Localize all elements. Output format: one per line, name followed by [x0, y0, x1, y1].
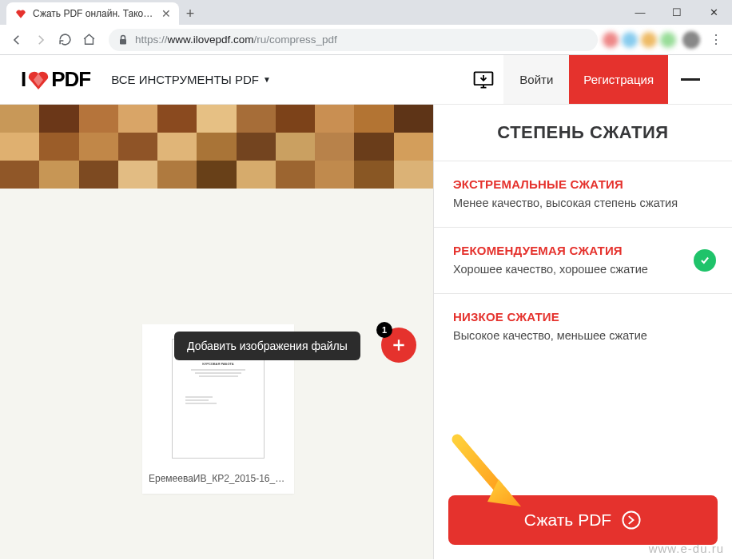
compress-pdf-button[interactable]: Сжать PDF	[448, 495, 718, 545]
site-header: I PDF ВСЕ ИНСТРУМЕНТЫ PDF ▼ Войти Регист…	[0, 55, 732, 105]
tab-title: Сжать PDF онлайн. Такое же ка	[33, 8, 157, 19]
url-protocol: https://	[135, 34, 168, 46]
arrow-circle-icon	[621, 510, 642, 530]
profile-avatar[interactable]	[682, 31, 700, 49]
url-path: /ru/compress_pdf	[254, 34, 337, 46]
site-logo[interactable]: I PDF	[21, 67, 90, 92]
extension-icons	[603, 32, 678, 48]
option-title: РЕКОМЕНДУЕМАЯ СЖАТИЯ	[453, 244, 713, 257]
browser-titlebar: Сжать PDF онлайн. Такое же ка ✕ + — ☐ ✕	[0, 0, 732, 25]
compression-option-extreme[interactable]: ЭКСТРЕМАЛЬНЫЕ СЖАТИЯ Менее качество, выс…	[434, 161, 732, 227]
tab-close-icon[interactable]: ✕	[161, 7, 171, 20]
logo-text-right: PDF	[51, 67, 90, 92]
option-desc: Менее качество, высокая степень сжатия	[453, 197, 713, 209]
plus-icon	[391, 337, 407, 353]
hero-mosaic	[0, 105, 433, 189]
extension-icon[interactable]	[660, 32, 676, 48]
selected-check-icon	[694, 249, 716, 272]
caret-down-icon: ▼	[263, 75, 271, 84]
heart-icon	[27, 70, 50, 89]
tab-favicon-icon	[14, 8, 27, 19]
new-tab-button[interactable]: +	[179, 2, 201, 25]
option-title: ЭКСТРЕМАЛЬНЫЕ СЖАТИЯ	[453, 177, 713, 191]
all-tools-dropdown[interactable]: ВСЕ ИНСТРУМЕНТЫ PDF ▼	[111, 73, 271, 86]
svg-point-2	[623, 511, 640, 528]
hamburger-icon	[681, 78, 700, 81]
hamburger-menu-button[interactable]	[668, 55, 713, 104]
back-button[interactable]	[5, 28, 29, 52]
window-controls: — ☐ ✕	[622, 0, 732, 25]
compress-label: Сжать PDF	[524, 510, 611, 530]
svg-rect-0	[120, 39, 126, 45]
browser-tab[interactable]: Сжать PDF онлайн. Такое же ка ✕	[6, 2, 179, 25]
address-bar[interactable]: https://www.ilovepdf.com/ru/compress_pdf	[109, 29, 598, 51]
panel-title: СТЕПЕНЬ СЖАТИЯ	[434, 105, 732, 161]
compression-option-recommended[interactable]: РЕКОМЕНДУЕМАЯ СЖАТИЯ Хорошее качество, х…	[434, 227, 732, 293]
logo-text-left: I	[21, 67, 26, 92]
option-title: НИЗКОЕ СЖАТИЕ	[453, 310, 713, 324]
compression-option-low[interactable]: НИЗКОЕ СЖАТИЕ Высокое качество, меньшее …	[434, 293, 732, 359]
options-pane: СТЕПЕНЬ СЖАТИЯ ЭКСТРЕМАЛЬНЫЕ СЖАТИЯ Мене…	[433, 105, 732, 559]
lock-icon	[118, 34, 128, 46]
all-tools-label: ВСЕ ИНСТРУМЕНТЫ PDF	[111, 73, 259, 86]
download-app-button[interactable]	[463, 55, 503, 104]
browser-menu-button[interactable]: ⋮	[705, 32, 727, 47]
file-name: ЕремееваИВ_КР2_2015-16_ЕГ…	[142, 468, 294, 486]
reload-button[interactable]	[53, 28, 77, 52]
close-window-button[interactable]: ✕	[695, 0, 732, 25]
url-host: www.ilovepdf.com	[168, 34, 254, 46]
maximize-button[interactable]: ☐	[658, 0, 695, 25]
main-content: Добавить изображения файлы 1 КУРСОВАЯ РА…	[0, 105, 732, 559]
watermark-text: www.e-du.ru	[649, 542, 724, 555]
download-desktop-icon	[472, 70, 495, 90]
workspace-pane: Добавить изображения файлы 1 КУРСОВАЯ РА…	[0, 105, 433, 559]
home-button[interactable]	[77, 28, 101, 52]
add-files-tooltip: Добавить изображения файлы	[174, 332, 360, 360]
browser-toolbar: https://www.ilovepdf.com/ru/compress_pdf…	[0, 25, 732, 55]
signup-button[interactable]: Регистрация	[569, 55, 668, 104]
file-count-badge: 1	[376, 322, 392, 338]
extension-icon[interactable]	[603, 32, 619, 48]
extension-icon[interactable]	[622, 32, 638, 48]
option-desc: Высокое качество, меньшее сжатие	[453, 329, 713, 342]
option-desc: Хорошее качество, хорошее сжатие	[453, 263, 713, 276]
login-button[interactable]: Войти	[503, 55, 569, 104]
forward-button[interactable]	[29, 28, 53, 52]
extension-icon[interactable]	[641, 32, 657, 48]
minimize-button[interactable]: —	[622, 0, 658, 25]
